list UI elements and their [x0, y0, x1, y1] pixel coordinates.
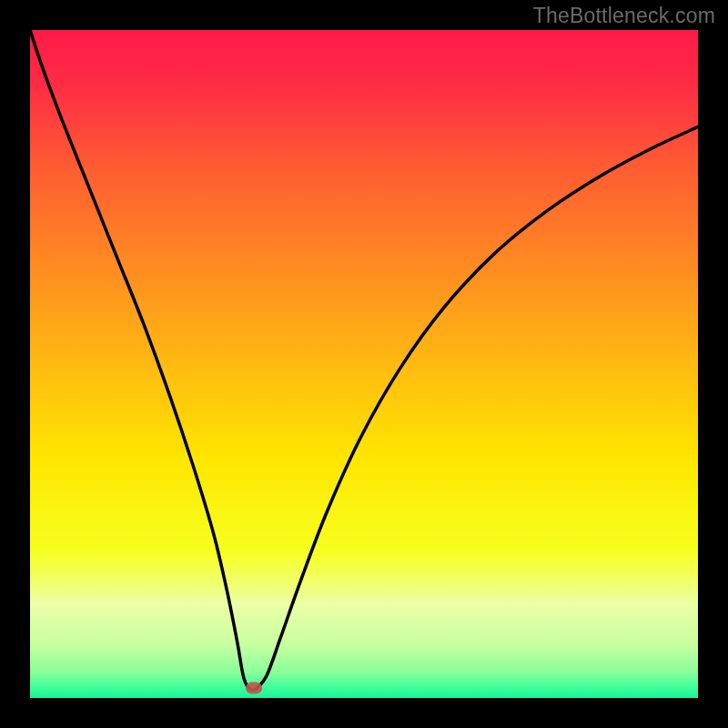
- optimal-marker-icon: [246, 682, 262, 693]
- chart-stage: { "watermark_text": "TheBottleneck.com",…: [0, 0, 728, 728]
- gradient-background: [30, 30, 698, 698]
- svg-rect-0: [30, 30, 698, 698]
- watermark-text: TheBottleneck.com: [533, 4, 715, 28]
